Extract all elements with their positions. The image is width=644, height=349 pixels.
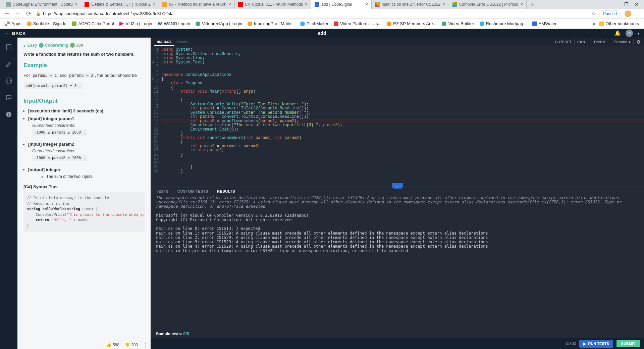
tab-5-active[interactable]: add | CodeSignal× xyxy=(311,0,372,9)
bottom-bar: 0/300 ▶RUN TESTS SUBMIT xyxy=(151,338,644,349)
bookmark-item[interactable]: PitchMaker xyxy=(299,20,330,27)
avatar[interactable]: IS xyxy=(626,30,633,37)
tab-title: CodeSignal Environment | CodeS xyxy=(13,2,73,7)
tab-7[interactable]: Compiler Error CS1022 | Microso× xyxy=(449,0,527,9)
lock-icon: 🔒 xyxy=(36,11,41,16)
gear-icon[interactable]: ⚙ xyxy=(636,39,641,45)
run-tests-button[interactable]: ▶RUN TESTS xyxy=(579,340,613,348)
bookmark-item[interactable]: VideoreelApp | Login xyxy=(194,20,244,27)
difficulty-badge: Easy xyxy=(28,43,37,48)
bookmark-item[interactable]: InboxingPro | Maile... xyxy=(246,20,297,27)
io-output: [output] integer xyxy=(28,167,145,172)
info-icon[interactable]: i xyxy=(5,111,12,118)
tab-1[interactable]: CodeSignal Environment | CodeS× xyxy=(3,0,81,9)
close-icon[interactable]: × xyxy=(228,2,231,7)
example-code: add(param1, param2) = 3 . xyxy=(23,83,83,89)
url-field[interactable]: 🔒 https://app.codesignal.com/arcade/intr… xyxy=(36,11,588,16)
tab-3[interactable]: c# - "Method must have a return× xyxy=(159,0,235,9)
profile-avatar-icon[interactable] xyxy=(625,10,631,17)
chevron-down-icon[interactable]: ▾ xyxy=(638,32,639,35)
overflow-icon[interactable]: » xyxy=(593,21,595,26)
menu-icon[interactable]: ⋮ xyxy=(635,10,641,17)
code-editor[interactable]: 1234 ▾5678 ▾910 ▾11 ▾1213 ▾1415161718192… xyxy=(151,46,644,187)
back-label: BACK xyxy=(12,31,26,36)
other-bookmarks[interactable]: Other bookmarks xyxy=(597,20,641,27)
code-content: using System; using System.Collections.G… xyxy=(161,48,644,187)
chevron-down-icon: ▾ xyxy=(629,40,631,44)
pencil-icon[interactable] xyxy=(5,60,12,68)
browser-tabs: CodeSignal Environment | CodeS× Getters … xyxy=(0,0,644,9)
problem-statement: Write a function that returns the sum of… xyxy=(23,52,145,57)
minimize-icon[interactable]: — xyxy=(613,2,618,7)
paused-badge[interactable]: Paused xyxy=(599,10,621,17)
codewriting-icon xyxy=(39,43,44,48)
tab-title: Getters & Setters | C# | Tutorial 2 xyxy=(91,2,150,7)
bookmark-item[interactable]: VidZio | Login xyxy=(118,20,154,27)
io-heading: Input/Output xyxy=(23,98,145,104)
tab-tests[interactable]: TESTS xyxy=(156,189,169,193)
close-icon[interactable]: × xyxy=(305,2,308,7)
comment-icon[interactable] xyxy=(5,94,12,101)
theme-select[interactable]: Dark▾ xyxy=(591,39,608,45)
tab-4[interactable]: C# Tutorial 011 - return Methods× xyxy=(235,0,311,9)
syntax-tips-heading: [C#] Syntax Tips xyxy=(23,184,145,189)
reset-button[interactable]: ↻RESET xyxy=(555,40,572,44)
code-icon[interactable] xyxy=(5,77,12,85)
back-icon[interactable]: ← xyxy=(3,10,11,17)
example-heading: Example xyxy=(23,62,145,69)
bookmark-item[interactable]: ACFC Citrix Portal xyxy=(70,20,115,27)
result-line: main.cs on line 1: error CS1529: A using… xyxy=(156,231,639,236)
back-button[interactable]: ← BACK xyxy=(5,31,26,36)
apps-button[interactable]: Apps xyxy=(3,20,23,27)
upvote-button[interactable]: 👍588 xyxy=(106,343,119,347)
app-topbar: ← BACK add 🔔 IS ▾ xyxy=(0,29,644,38)
example-text: For param1 = 1 and param2 = 2, the outpu… xyxy=(23,73,145,78)
tab-title: add | CodeSignal xyxy=(321,2,363,7)
bookmark-item[interactable]: Sqribble - Sign In xyxy=(25,20,68,27)
forward-icon[interactable]: → xyxy=(14,10,21,17)
description-icon[interactable] xyxy=(5,44,12,51)
svg-rect-0 xyxy=(6,45,11,50)
io-input2: [input] integer param2 xyxy=(28,142,145,147)
tab-title: c# - "Method must have a return xyxy=(169,2,226,7)
downvote-button[interactable]: 👎203 xyxy=(125,343,138,347)
close-icon[interactable]: × xyxy=(75,2,77,7)
star-icon[interactable]: ☆ xyxy=(591,10,596,17)
more-icon[interactable]: ⋮ xyxy=(143,343,147,347)
url-text: https://app.codesignal.com/arcade/intro/… xyxy=(43,11,174,16)
bookmark-item[interactable]: Rushmore Mortgag... xyxy=(478,20,529,27)
bookmark-item[interactable]: EZ SP Members Are... xyxy=(385,20,438,27)
line-gutter: 1234 ▾5678 ▾910 ▾11 ▾1213 ▾1415161718192… xyxy=(151,48,161,187)
tab-2[interactable]: Getters & Setters | C# | Tutorial 2× xyxy=(81,0,159,9)
language-select[interactable]: C#▾ xyxy=(574,39,588,45)
tab-title: C# Tutorial 011 - return Methods xyxy=(245,2,303,7)
io-input1: [input] integer param1 xyxy=(28,116,145,121)
submit-button[interactable]: SUBMIT xyxy=(616,340,640,347)
close-icon[interactable]: × xyxy=(365,2,368,7)
maximize-icon[interactable]: ❐ xyxy=(624,2,629,7)
close-icon[interactable]: × xyxy=(520,2,523,7)
file-tab[interactable]: main.cs xyxy=(154,38,174,46)
result-line: Microsoft (R) Visual C# Compiler version… xyxy=(156,213,639,218)
keymap-select[interactable]: Sublime▾ xyxy=(611,39,634,45)
bookmark-item[interactable]: WWAND Log in xyxy=(156,20,192,27)
tab-results[interactable]: RESULTS xyxy=(217,189,235,193)
close-icon[interactable]: × xyxy=(443,2,445,7)
score-display: 0/300 xyxy=(566,341,576,346)
results-output[interactable]: the namespace except extern alias declar… xyxy=(151,196,644,330)
io-constraint-label: Guaranteed constraints: xyxy=(32,123,145,128)
reload-icon[interactable]: ⟳ xyxy=(25,10,32,17)
new-tab-button[interactable]: + xyxy=(527,0,539,9)
tab-6[interactable]: main.cs on line 27: error CS1022× xyxy=(372,0,449,9)
bookmark-item[interactable]: AMWater xyxy=(531,20,558,27)
bookmark-item[interactable]: Video Builder xyxy=(440,20,476,27)
bell-icon[interactable]: 🔔 xyxy=(614,30,621,36)
io-constraint2: -1000 ≤ param2 ≤ 1000 xyxy=(34,156,81,160)
bookmark-item[interactable]: Video Platform - Us... xyxy=(332,20,383,27)
tab-custom-tests[interactable]: CUSTOM TESTS xyxy=(177,189,208,193)
close-icon[interactable]: × xyxy=(153,2,155,7)
thumb-down-icon: 👎 xyxy=(125,343,130,347)
description-panel: ▴ Easy Codewriting 300 Write a function … xyxy=(17,38,151,349)
syntax-tips-code: // Prints help message to the console //… xyxy=(23,192,145,232)
close-window-icon[interactable]: ✕ xyxy=(635,2,639,7)
